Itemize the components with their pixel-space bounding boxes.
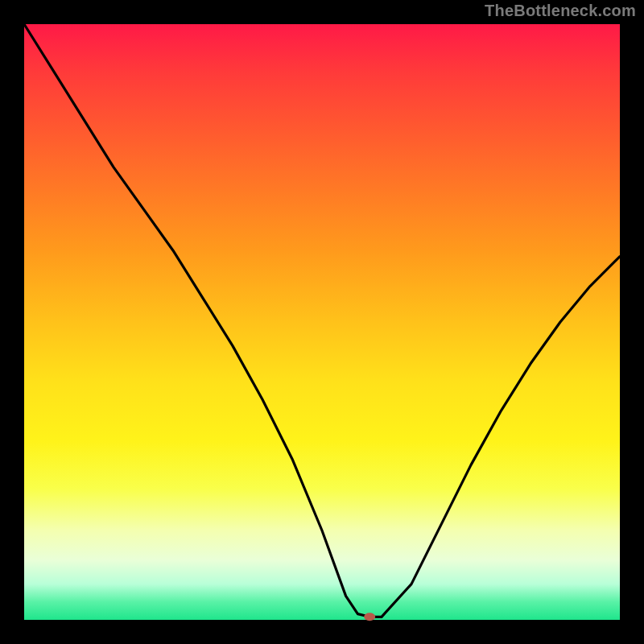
curve-svg bbox=[24, 24, 620, 620]
chart-frame: TheBottleneck.com bbox=[0, 0, 644, 644]
optimum-dot bbox=[364, 613, 375, 621]
bottleneck-curve-path bbox=[24, 24, 620, 617]
watermark-text: TheBottleneck.com bbox=[485, 2, 636, 20]
plot-area bbox=[24, 24, 620, 620]
